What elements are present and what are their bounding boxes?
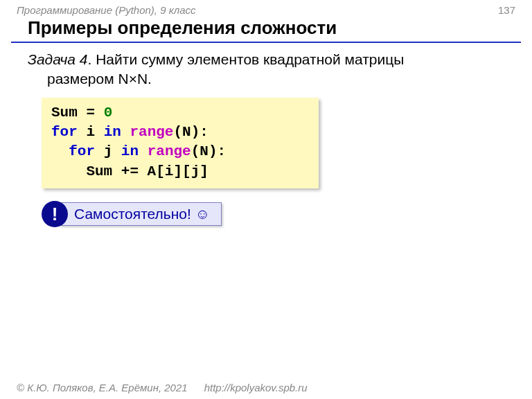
slide-footer: © К.Ю. Поляков, Е.А. Ерёмин, 2021 http:/… [17, 382, 515, 393]
task-label: Задача 4 [28, 51, 88, 67]
copyright: © К.Ю. Поляков, Е.А. Ерёмин, 2021 [17, 382, 188, 393]
slide-header: Программирование (Python), 9 класс 137 [0, 0, 532, 17]
task-text: Задача 4. Найти сумму элементов квадратн… [0, 50, 532, 89]
exclamation-icon: ! [42, 201, 68, 227]
course-label: Программирование (Python), 9 класс [17, 4, 196, 16]
footer-url: http://kpolyakov.spb.ru [204, 382, 308, 393]
page-number: 137 [498, 4, 515, 16]
task-line1: . Найти сумму элементов квадратной матри… [88, 51, 405, 67]
code-block: Sum = 0 for i in range(N): for j in rang… [42, 98, 319, 188]
note: ! Самостоятельно! ☺ [42, 201, 532, 227]
note-text: Самостоятельно! ☺ [60, 202, 222, 226]
slide-title: Примеры определения сложности [11, 17, 521, 43]
task-line2: размером N×N. [28, 69, 504, 89]
